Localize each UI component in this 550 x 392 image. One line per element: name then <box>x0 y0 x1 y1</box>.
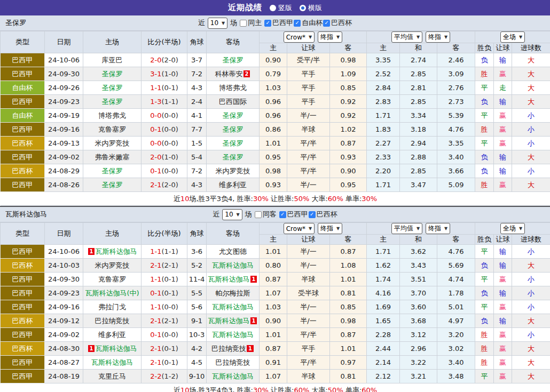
date-cell: 24-08-27 <box>45 356 83 370</box>
halftime-score: (1-1) <box>161 247 178 255</box>
handicap-result-cell: 赢 <box>494 67 512 81</box>
checkbox-icon[interactable]: ✓ <box>264 20 271 27</box>
checkbox-icon[interactable] <box>255 211 262 218</box>
chevron-down-icon: ▼ <box>336 35 340 39</box>
score-cell: 2-0(1-0) <box>142 150 187 164</box>
league-badge: 巴西甲 <box>1 300 45 314</box>
fulltime-score: 0-0 <box>150 111 161 119</box>
summary-segment: 近 <box>174 386 180 392</box>
summary-row: 近10场,胜3平3负4, 胜率:30% 让胜率:50% 大率:60% 单率:30… <box>1 192 550 206</box>
col-corner: 角球 <box>187 223 207 245</box>
match-row: 巴西杯24-09-12巴拉纳竞技2-1(2-1)9-1瓦斯科达伽马10.90半/… <box>1 314 550 328</box>
radio-icon[interactable] <box>270 5 276 11</box>
title-bar: 近期战绩 竖版横版 <box>0 0 550 15</box>
chevron-down-icon: ▼ <box>336 226 340 231</box>
same-venue-filter[interactable]: 同主 <box>240 18 262 28</box>
host-odds-cell: 0.87 <box>260 273 287 286</box>
halftime-score: (2-0) <box>161 56 178 64</box>
goals-result-cell: 大 <box>512 178 550 192</box>
avg-stage-select[interactable]: 终指▼ <box>426 31 450 43</box>
summary-segment: 30% <box>362 195 377 203</box>
col-home: 主场 <box>83 31 142 53</box>
team-label: 圣保罗 <box>102 98 123 106</box>
odds-stage-select[interactable]: 终指▼ <box>318 223 342 234</box>
red-card-badge: 1 <box>250 317 257 324</box>
wdl-result-cell: 平 <box>475 245 494 259</box>
bookmaker-select[interactable]: Crow*▼ <box>284 223 315 234</box>
team-label: 米内罗竞技 <box>216 167 250 175</box>
date-cell: 24-10-06 <box>45 53 83 67</box>
col-avg-guest: 客 <box>437 43 475 53</box>
col-wdl: 胜负 <box>475 43 494 53</box>
league-badge: 巴西甲 <box>1 328 45 342</box>
same-venue-filter[interactable]: 同客 <box>255 210 277 219</box>
avg-select[interactable]: 平均值▼ <box>391 31 422 43</box>
avg-select[interactable]: 平均值▼ <box>391 223 422 234</box>
handicap-result-cell: 输 <box>494 286 512 300</box>
league-filter[interactable]: ✓自由杯 <box>294 18 323 28</box>
odds-stage-select[interactable]: 终指▼ <box>318 31 342 43</box>
handicap-result-cell: 赢 <box>494 137 512 150</box>
match-row: 巴西甲24-08-26圣保罗2-1(2-0)4-3维多利亚0.93半/一0.95… <box>1 178 550 192</box>
near-label: 近 <box>213 210 219 219</box>
summary-segment: 场,胜3平4负3, 胜率: <box>189 386 253 392</box>
guest-odds-cell: 0.90 <box>330 164 367 178</box>
recent-count-select[interactable]: 10▼ <box>222 209 242 220</box>
wdl-result-cell: 平 <box>475 300 494 314</box>
league-filter[interactable]: ✓巴西甲 <box>279 210 308 219</box>
chevron-down-icon: ▼ <box>417 35 420 39</box>
checkbox-icon[interactable]: ✓ <box>294 20 301 27</box>
recent-count-select[interactable]: 10▼ <box>208 18 227 29</box>
matches-table: 类型 日期 主场 比分(半场) 角球 客场 Crow*▼ 终指▼ 平均值▼ 终指… <box>0 31 550 206</box>
bookmaker-select[interactable]: Crow*▼ <box>284 31 315 43</box>
away-team-cell: 科林蒂安2 <box>207 67 260 81</box>
host-odds-cell: 0.96 <box>260 109 287 123</box>
league-filter[interactable]: ✓巴西甲 <box>264 18 293 28</box>
col-avg-draw: 和 <box>400 43 437 53</box>
handicap-cell: 半/一 <box>287 109 330 123</box>
avg-draw-cell: 3.62 <box>400 245 437 259</box>
checkbox-icon[interactable] <box>240 20 247 27</box>
home-team-cell: 1瓦斯科达伽马 <box>83 245 142 259</box>
wdl-result-cell: 胜 <box>475 178 494 192</box>
home-team-cell: 克里丘马 <box>83 370 142 383</box>
host-odds-cell: 1.07 <box>260 286 287 300</box>
guest-odds-cell: 0.87 <box>330 245 367 259</box>
date-cell: 24-09-23 <box>45 95 83 109</box>
avg-host-cell: 2.27 <box>367 137 400 150</box>
league-badge: 自由杯 <box>1 109 45 123</box>
summary-segment: 30% <box>253 195 269 203</box>
avg-host-cell: 2.44 <box>367 342 400 356</box>
avg-host-cell: 4.16 <box>367 286 400 300</box>
radio-icon[interactable] <box>300 5 306 11</box>
wdl-result-cell: 平 <box>475 273 494 286</box>
goals-result-cell: 大 <box>512 95 550 109</box>
chevron-down-icon: ▼ <box>519 35 522 39</box>
wdl-result-cell: 负 <box>475 314 494 328</box>
col-home: 主场 <box>83 223 142 245</box>
host-odds-cell: 1.03 <box>260 81 287 95</box>
summary-segment: 50% <box>328 386 343 392</box>
fulltime-score: 2-1 <box>150 261 161 269</box>
score-cell: 2-1(0-1) <box>142 356 187 370</box>
col-corner: 角球 <box>187 31 207 53</box>
layout-radio-option[interactable]: 横版 <box>300 3 322 13</box>
fullmatch-select[interactable]: 全场▼ <box>500 223 525 234</box>
fullmatch-select[interactable]: 全场▼ <box>500 31 525 43</box>
avg-stage-select[interactable]: 终指▼ <box>426 223 450 234</box>
halftime-score: (2-0) <box>161 181 178 189</box>
league-filter[interactable]: ✓巴西杯 <box>309 210 337 219</box>
avg-draw-cell: 2.74 <box>400 53 437 67</box>
checkbox-icon[interactable]: ✓ <box>323 20 330 27</box>
checkbox-icon[interactable]: ✓ <box>279 211 286 218</box>
team-label: 圣保罗 <box>223 139 243 147</box>
summary-segment: 60% <box>294 386 309 392</box>
checkbox-icon[interactable]: ✓ <box>309 211 316 218</box>
away-team-cell: 瓦斯科达伽马1 <box>207 314 260 328</box>
team-label: 瓦斯科达伽马 <box>208 317 250 325</box>
recent-results-page: 近期战绩 竖版横版 圣保罗 近 10▼ 场 同主 ✓巴西甲✓自由杯✓巴西杯 类型… <box>0 0 550 392</box>
layout-radio-option[interactable]: 竖版 <box>270 3 292 13</box>
league-filter[interactable]: ✓巴西杯 <box>323 18 352 28</box>
away-team-cell: 瓦斯科达伽马1 <box>207 273 260 286</box>
handicap-result-cell: 赢 <box>494 342 512 356</box>
